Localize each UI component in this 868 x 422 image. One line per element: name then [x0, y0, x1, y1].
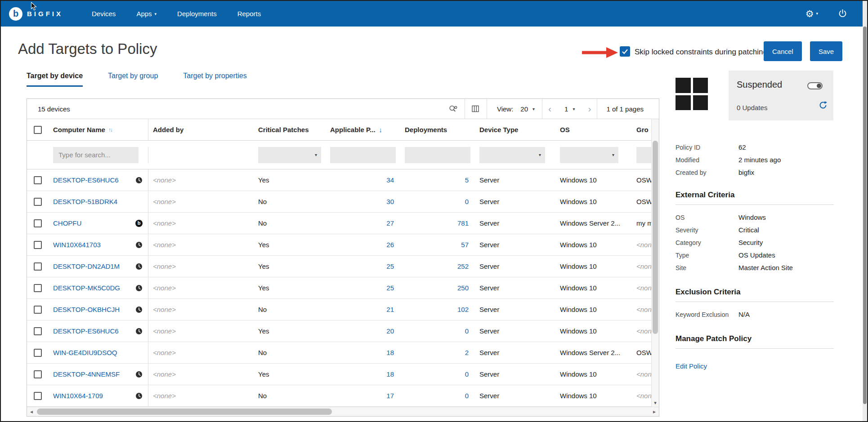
applicable-patches-link[interactable]: 30 [386, 198, 394, 205]
nav-apps[interactable]: Apps ▾ [136, 10, 157, 18]
row-checkbox[interactable] [34, 306, 42, 314]
deployments-link[interactable]: 5 [465, 176, 469, 184]
row-checkbox[interactable] [34, 219, 42, 227]
row-checkbox[interactable] [34, 262, 42, 271]
device-type-cell: Server [475, 299, 555, 320]
chevron-down-icon: ▾ [315, 152, 317, 157]
deployments-link[interactable]: 0 [465, 198, 469, 205]
select-all-checkbox[interactable] [34, 126, 42, 134]
column-critical-patches[interactable]: Critical Patches [254, 119, 326, 140]
deployments-link[interactable]: 2 [465, 349, 469, 356]
device-type-filter[interactable]: ▾ [479, 147, 545, 163]
os-filter[interactable]: ▾ [560, 147, 618, 163]
computer-name-link[interactable]: DESKTOP-ES6HUC6 [53, 327, 119, 335]
deployments-link[interactable]: 57 [461, 241, 469, 249]
deployments-link[interactable]: 250 [457, 284, 469, 292]
computer-name-link[interactable]: WIN10X641703 [53, 241, 101, 249]
tab-target-by-properties[interactable]: Target by properties [183, 72, 246, 87]
computer-name-link[interactable]: CHOPFU [53, 219, 81, 227]
edit-policy-link[interactable]: Edit Policy [676, 362, 707, 370]
column-os[interactable]: OS [555, 119, 632, 140]
deployments-filter[interactable] [405, 147, 470, 163]
applicable-patches-link[interactable]: 25 [386, 284, 394, 292]
applicable-patches-link[interactable]: 21 [386, 306, 394, 313]
applicable-patches-link[interactable]: 17 [386, 392, 394, 400]
nav-devices[interactable]: Devices [92, 10, 116, 18]
current-page-value: 1 [564, 105, 568, 113]
computer-name-link[interactable]: DESKTOP-4NNEMSF [53, 370, 120, 378]
column-chooser-icon[interactable] [465, 99, 487, 119]
save-button[interactable]: Save [810, 41, 842, 61]
row-checkbox[interactable] [34, 198, 42, 206]
computer-name-link[interactable]: WIN-GE4DIU9DSOQ [53, 349, 117, 356]
added-by-cell: <none> [148, 320, 254, 342]
page-size-select[interactable]: 20 ▾ [513, 99, 542, 119]
table-vertical-scrollbar[interactable]: ▾ [651, 119, 659, 407]
power-icon[interactable] [838, 9, 847, 18]
cancel-button[interactable]: Cancel [764, 41, 802, 61]
applicable-patches-link[interactable]: 27 [386, 219, 394, 227]
search-settings-icon[interactable] [442, 99, 465, 119]
search-input[interactable] [53, 147, 139, 163]
applicable-patches-link[interactable]: 26 [386, 241, 394, 249]
sort-descending-icon[interactable]: ↓ [379, 126, 383, 133]
detail-value: Windows [738, 211, 766, 224]
deployments-link[interactable]: 252 [457, 262, 469, 270]
row-checkbox[interactable] [34, 241, 42, 249]
computer-name-link[interactable]: DESKTOP-OKBHCJH [53, 306, 120, 313]
applicable-patches-link[interactable]: 18 [386, 349, 394, 356]
row-checkbox[interactable] [34, 327, 42, 335]
nav-deployments[interactable]: Deployments [177, 10, 217, 18]
page-select[interactable]: 1 ▾ [557, 99, 582, 119]
added-by-cell: <none> [148, 191, 254, 212]
deployments-link[interactable]: 0 [465, 392, 469, 400]
applicable-patches-link[interactable]: 20 [386, 327, 394, 335]
row-checkbox[interactable] [34, 349, 42, 357]
page-scroll-thumb[interactable] [863, 27, 867, 404]
row-checkbox[interactable] [34, 392, 42, 400]
computer-name-link[interactable]: WIN10X64-1709 [53, 392, 103, 400]
vertical-scroll-thumb[interactable] [653, 141, 658, 334]
skip-locked-checkbox[interactable] [620, 46, 630, 57]
nav-reports[interactable]: Reports [237, 10, 261, 18]
scroll-down-arrow[interactable]: ▾ [652, 400, 659, 406]
applicable-patches-filter[interactable] [330, 147, 396, 163]
sort-icon[interactable]: ↑↓ [108, 127, 112, 133]
column-applicable-patches[interactable]: Applicable P... [330, 126, 376, 133]
next-page-button[interactable]: › [582, 99, 597, 119]
deployments-link[interactable]: 0 [465, 370, 469, 378]
deployments-link[interactable]: 102 [457, 306, 469, 313]
refresh-icon[interactable] [818, 100, 828, 111]
scroll-right-arrow[interactable]: ▸ [650, 407, 659, 416]
deployments-link[interactable]: 0 [465, 327, 469, 335]
computer-name-link[interactable]: DESKTOP-ES6HUC6 [53, 176, 119, 184]
table-row: DESKTOP-ES6HUC6 b <none> Yes 34 5 Server… [27, 169, 659, 191]
column-device-type[interactable]: Device Type [475, 119, 555, 140]
column-added-by[interactable]: Added by [148, 119, 254, 140]
row-checkbox[interactable] [34, 370, 42, 378]
deployments-link[interactable]: 781 [457, 219, 469, 227]
computer-name-link[interactable]: DESKTOP-51BDRK4 [53, 198, 117, 205]
row-checkbox[interactable] [34, 284, 42, 292]
computer-name-link[interactable]: DESKTOP-MK5C0DG [53, 284, 120, 292]
computer-name-link[interactable]: DESKTOP-DN2AD1M [53, 262, 120, 270]
tab-target-by-group[interactable]: Target by group [108, 72, 158, 87]
detail-row: SeverityCritical [676, 224, 834, 236]
column-computer-name[interactable]: Computer Name [53, 126, 105, 133]
device-type-cell: Server [475, 191, 555, 212]
critical-patches-filter[interactable]: ▾ [258, 147, 321, 163]
table-horizontal-scrollbar[interactable]: ◂ ▸ [27, 407, 659, 416]
tab-target-by-device[interactable]: Target by device [27, 72, 83, 87]
row-checkbox[interactable] [34, 176, 42, 184]
applicable-patches-link[interactable]: 34 [386, 176, 394, 184]
scroll-left-arrow[interactable]: ◂ [27, 407, 36, 416]
settings-gear-icon[interactable]: ⚙▾ [805, 9, 818, 18]
column-deployments[interactable]: Deployments [400, 119, 475, 140]
applicable-patches-link[interactable]: 25 [386, 262, 394, 270]
suspend-toggle[interactable] [807, 82, 823, 89]
horizontal-scroll-thumb[interactable] [37, 409, 332, 415]
applicable-patches-link[interactable]: 18 [386, 370, 394, 378]
table-row: DESKTOP-ES6HUC6 b <none> Yes 20 0 Server… [27, 320, 659, 342]
page-vertical-scrollbar[interactable] [863, 1, 867, 421]
previous-page-button[interactable]: ‹ [542, 99, 557, 119]
